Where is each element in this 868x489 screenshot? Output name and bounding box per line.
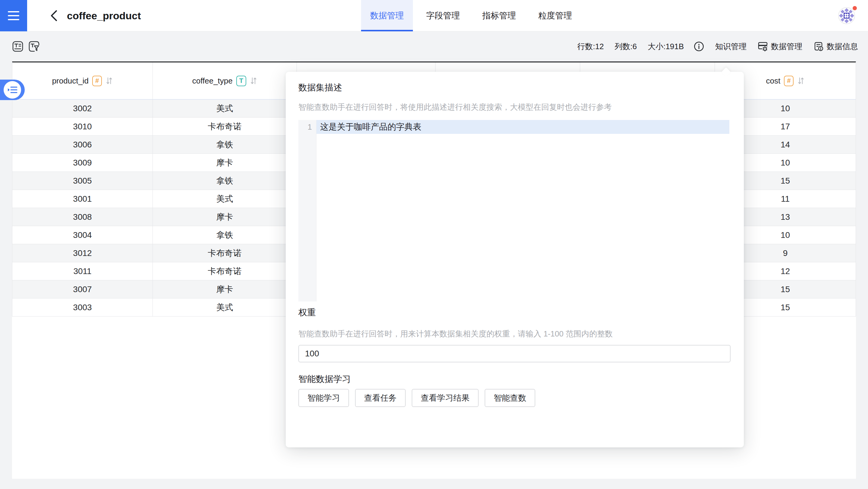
cell-coffee-type[interactable]: 拿铁	[153, 226, 297, 244]
knowledge-management-popover: 数据集描述 智能查数助手在进行回答时，将使用此描述进行相关度搜索，大模型在回复时…	[286, 72, 744, 448]
smart-query-button[interactable]: 智能查数	[485, 389, 535, 407]
cell-coffee-type[interactable]: 美式	[153, 299, 297, 316]
file-info-icon	[813, 41, 824, 52]
number-type-badge: #	[92, 76, 102, 86]
avatar-pattern-icon	[839, 8, 855, 24]
cell-product-id[interactable]: 3002	[12, 99, 153, 118]
column-label: product_id	[52, 76, 89, 86]
run-list-icon	[7, 85, 18, 94]
column-header-coffee-type[interactable]: coffee_type T	[153, 62, 297, 99]
cell-coffee-type[interactable]: 卡布奇诺	[153, 118, 297, 136]
tab-field-management[interactable]: 字段管理	[417, 0, 469, 31]
page-title: coffee_product	[67, 0, 141, 31]
sort-icon[interactable]	[797, 76, 804, 85]
hamburger-icon	[8, 11, 19, 12]
toolbar: 行数:12 列数:6 大小:191B 知识管理	[0, 31, 868, 61]
cell-product-id[interactable]: 3007	[12, 280, 153, 299]
cell-coffee-type[interactable]: 拿铁	[153, 136, 297, 154]
chevron-left-icon	[49, 9, 58, 22]
learning-actions: 智能学习 查看任务 查看学习结果 智能查数	[299, 389, 730, 407]
data-management-button[interactable]: 数据管理	[757, 41, 802, 52]
data-info-button[interactable]: 数据信息	[813, 41, 858, 52]
line-number: 1	[299, 120, 316, 134]
hamburger-menu-button[interactable]	[0, 0, 27, 31]
cell-product-id[interactable]: 3001	[12, 190, 153, 208]
tab-metric-management[interactable]: 指标管理	[473, 0, 525, 31]
cell-product-id[interactable]: 3004	[12, 226, 153, 244]
cell-coffee-type[interactable]: 卡布奇诺	[153, 244, 297, 262]
cell-product-id[interactable]: 3010	[12, 118, 153, 136]
cell-coffee-type[interactable]: 摩卡	[153, 280, 297, 299]
toolbar-right: 行数:12 列数:6 大小:191B 知识管理	[577, 31, 858, 61]
sort-icon[interactable]	[105, 76, 113, 85]
dataset-description-title: 数据集描述	[299, 82, 730, 93]
database-gear-icon	[757, 41, 768, 52]
cell-coffee-type[interactable]: 摩卡	[153, 154, 297, 172]
column-label: coffee_type	[192, 76, 233, 86]
info-circle-icon[interactable]	[693, 41, 704, 52]
avatar[interactable]	[838, 7, 855, 24]
cell-product-id[interactable]: 3009	[12, 154, 153, 172]
back-button[interactable]	[46, 8, 61, 24]
view-tasks-button[interactable]: 查看任务	[355, 389, 406, 407]
app-header: coffee_product 数据管理 字段管理 指标管理 粒度管理	[0, 0, 868, 31]
knowledge-management-button[interactable]: 知识管理	[715, 41, 747, 52]
tab-granularity-management[interactable]: 粒度管理	[529, 0, 581, 31]
smart-data-learning-title: 智能数据学习	[299, 373, 730, 385]
cell-coffee-type[interactable]: 拿铁	[153, 172, 297, 190]
number-type-badge: #	[784, 76, 794, 86]
side-panel-toggle[interactable]	[0, 80, 25, 100]
row-count-stat: 行数:12	[577, 41, 604, 52]
tab-bar: 数据管理 字段管理 指标管理 粒度管理	[361, 0, 585, 31]
cell-product-id[interactable]: 3012	[12, 244, 153, 262]
weight-hint: 智能查数助手在进行回答时，用来计算本数据集相关度的权重，请输入 1-100 范围…	[299, 329, 730, 339]
notification-dot	[852, 6, 857, 10]
dataset-description-hint: 智能查数助手在进行回答时，将使用此描述进行相关度搜索，大模型在回复时也会进行参考	[299, 102, 730, 112]
view-learning-results-button[interactable]: 查看学习结果	[412, 389, 478, 407]
cell-coffee-type[interactable]: 摩卡	[153, 208, 297, 226]
column-label: cost	[766, 76, 781, 86]
editor-active-line[interactable]: 这是关于咖啡产品的字典表	[316, 120, 730, 134]
cell-product-id[interactable]: 3011	[12, 262, 153, 280]
description-editor[interactable]: 1 这是关于咖啡产品的字典表	[299, 120, 730, 302]
text-type-badge: T	[236, 76, 246, 86]
size-stat: 大小:191B	[648, 41, 684, 52]
sort-icon[interactable]	[250, 76, 257, 85]
column-count-stat: 列数:6	[615, 41, 637, 52]
cell-product-id[interactable]: 3006	[12, 136, 153, 154]
cell-product-id[interactable]: 3003	[12, 299, 153, 316]
editor-code-area[interactable]: 这是关于咖啡产品的字典表	[316, 120, 730, 302]
cell-coffee-type[interactable]: 美式	[153, 99, 297, 118]
cell-product-id[interactable]: 3008	[12, 208, 153, 226]
weight-title: 权重	[299, 307, 730, 318]
column-header-product-id[interactable]: product_id #	[12, 62, 153, 99]
tab-data-management[interactable]: 数据管理	[361, 0, 413, 31]
smart-learning-button[interactable]: 智能学习	[299, 389, 349, 407]
field-filter-icon[interactable]	[28, 41, 40, 52]
cell-product-id[interactable]: 3005	[12, 172, 153, 190]
toolbar-left-icons	[12, 31, 40, 61]
weight-input[interactable]	[299, 345, 731, 362]
cell-coffee-type[interactable]: 卡布奇诺	[153, 262, 297, 280]
editor-gutter: 1	[299, 120, 316, 302]
field-display-icon[interactable]	[12, 41, 24, 52]
cell-coffee-type[interactable]: 美式	[153, 190, 297, 208]
